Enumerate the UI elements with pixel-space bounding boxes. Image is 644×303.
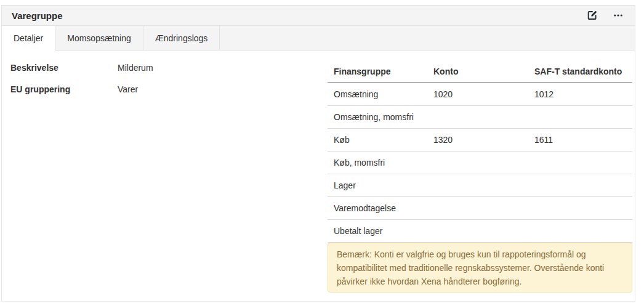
header-actions [586,9,625,22]
table-row-koeb-momsfri: Køb, momsfri [328,152,632,174]
table-row-lager: Lager [328,174,632,197]
cell-group: Varemodtagelse [328,203,427,213]
varegruppe-card: Varegruppe Detaljer Momso [1,5,635,302]
table-row-varemodtagelse: Varemodtagelse [328,197,632,220]
cell-group: Omsætning [328,89,427,99]
edit-button[interactable] [586,9,599,22]
content: Beskrivelse Milderum EU gruppering Varer… [2,50,635,301]
field-label: Beskrivelse [10,63,118,73]
accounts-table-header: Finansgruppe Konto SAF-T standardkonto [328,61,632,83]
cell-konto: 1320 [427,135,528,145]
cell-saft: 1012 [528,89,632,99]
note-box: Bemærk: Konti er valgfrie og bruges kun … [328,243,632,293]
card-header: Varegruppe [2,5,635,26]
cell-group: Køb, momsfri [328,158,427,168]
cell-group: Omsætning, momsfri [328,112,427,122]
column-header-saft: SAF-T standardkonto [528,67,632,76]
field-beskrivelse: Beskrivelse Milderum [10,57,318,78]
table-row-omsaetning: Omsætning 1020 1012 [328,83,632,106]
more-button[interactable] [611,9,625,22]
edit-icon [587,10,598,21]
table-row-koeb: Køb 1320 1611 [328,129,632,152]
accounts-panel: Finansgruppe Konto SAF-T standardkonto O… [328,61,632,293]
cell-group: Ubetalt lager [328,226,427,236]
field-value: Milderum [118,63,153,73]
tab-momsopsaetning[interactable]: Momsopsætning [55,26,143,50]
field-value: Varer [118,84,138,94]
details-panel: Beskrivelse Milderum EU gruppering Varer [10,57,318,100]
tabbar: Detaljer Momsopsætning Ændringslogs [2,26,635,50]
cell-konto: 1020 [427,89,528,99]
tab-detaljer[interactable]: Detaljer [2,26,55,50]
column-header-konto: Konto [427,67,528,76]
cell-group: Lager [328,180,427,190]
column-header-finansgruppe: Finansgruppe [328,67,427,76]
cell-group: Køb [328,135,427,145]
tab-aendringslogs[interactable]: Ændringslogs [143,26,220,50]
field-label: EU gruppering [10,84,118,94]
table-row-omsaetning-momsfri: Omsætning, momsfri [328,106,632,129]
more-icon [613,10,624,21]
table-row-ubetalt-lager: Ubetalt lager [328,220,632,243]
cell-saft: 1611 [528,135,632,145]
field-eu-gruppering: EU gruppering Varer [10,78,318,100]
page-title: Varegruppe [12,10,63,21]
page-bottom-divider [1,301,635,302]
note-text: Bemærk: Konti er valgfrie og bruges kun … [337,249,604,286]
